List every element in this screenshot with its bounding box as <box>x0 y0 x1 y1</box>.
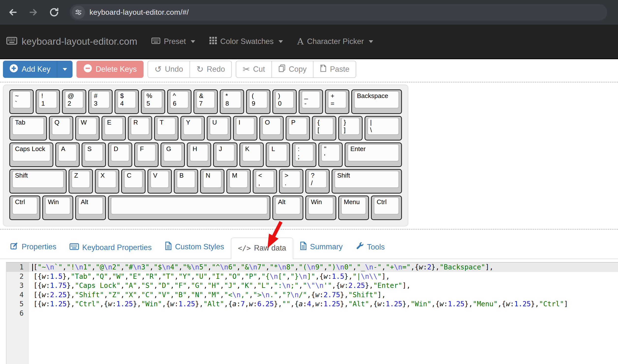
keycap[interactable]: :; <box>292 142 316 167</box>
keycap[interactable]: V <box>147 169 172 194</box>
keycap[interactable]: Tab <box>9 116 47 140</box>
menu-preset[interactable]: Preset <box>151 37 195 46</box>
forward-icon[interactable] <box>28 6 39 18</box>
chevron-down-icon <box>369 40 373 43</box>
keycap[interactable]: Q <box>49 116 73 140</box>
keycap-face: ~` <box>12 91 31 108</box>
keycap[interactable]: W <box>75 116 100 140</box>
keycap[interactable]: P <box>286 116 310 140</box>
keycap[interactable]: U <box>207 116 231 140</box>
keycap[interactable]: B <box>174 169 198 194</box>
keycap[interactable]: A <box>55 142 80 167</box>
keycap[interactable]: $4 <box>115 89 139 114</box>
menu-character-picker[interactable]: A Character Picker <box>297 37 373 46</box>
keycap[interactable]: Z <box>69 169 93 194</box>
keycap[interactable]: !1 <box>36 89 60 114</box>
add-key-button[interactable]: Add Key <box>3 61 57 78</box>
keycap[interactable]: Y <box>180 116 205 140</box>
keycap[interactable]: M <box>226 169 251 194</box>
keycap[interactable] <box>108 196 270 220</box>
keycap[interactable]: R <box>128 116 152 140</box>
keycap[interactable]: H <box>187 142 211 167</box>
keycap[interactable]: Ctrl <box>9 196 40 220</box>
key-top-label: M <box>232 172 237 179</box>
tab-properties[interactable]: Properties <box>3 242 63 259</box>
keycap[interactable]: X <box>95 169 119 194</box>
delete-keys-button[interactable]: Delete Keys <box>76 61 144 78</box>
redo-button[interactable]: ↻ Redo <box>190 61 232 78</box>
keycap[interactable]: Win <box>305 196 336 220</box>
keycap[interactable]: Shift <box>9 169 67 194</box>
keycap[interactable]: Enter <box>345 142 402 167</box>
cut-label: Cut <box>253 65 265 74</box>
keycap-face: Enter <box>348 144 399 161</box>
editor-code[interactable]: ["~\n`","!\n1","@\n2","#\n3","$\n4","%\n… <box>29 263 618 318</box>
keycap[interactable]: T <box>154 116 178 140</box>
key-top-label: ! <box>41 92 43 100</box>
keycap[interactable]: J <box>213 142 237 167</box>
copy-button[interactable]: Copy <box>271 61 313 78</box>
raw-data-editor[interactable]: 123456 ["~\n`","!\n1","@\n2","#\n3","$\n… <box>6 262 618 364</box>
keycap[interactable]: Alt <box>75 196 106 220</box>
brand-link[interactable]: keyboard-layout-editor.com <box>6 36 137 47</box>
keycap[interactable]: K <box>239 142 264 167</box>
site-info-icon[interactable] <box>72 6 85 19</box>
keycap[interactable]: L <box>266 142 290 167</box>
paste-button[interactable]: Paste <box>313 61 356 78</box>
reload-icon[interactable] <box>48 6 60 18</box>
cut-button[interactable]: ✂ Cut <box>236 61 272 78</box>
keycap[interactable]: (9 <box>246 89 270 114</box>
keycap-face: R <box>131 118 149 135</box>
key-bottom-label: 0 <box>278 100 281 107</box>
keycap[interactable]: Ctrl <box>371 196 402 220</box>
keycap[interactable]: "' <box>318 142 343 167</box>
editor-gutter: 123456 <box>6 263 29 364</box>
keycap[interactable]: #3 <box>88 89 113 114</box>
keycap[interactable]: ~` <box>9 89 34 114</box>
keycap[interactable]: ^6 <box>167 89 191 114</box>
keycap[interactable]: D <box>108 142 132 167</box>
tab-tools[interactable]: Tools <box>349 242 391 259</box>
keycap[interactable]: N <box>200 169 224 194</box>
keycap-face: J <box>216 144 235 161</box>
keycap[interactable]: I <box>233 116 257 140</box>
tab-summary[interactable]: Summary <box>293 242 349 259</box>
keycap[interactable]: += <box>325 89 349 114</box>
keycap[interactable]: E <box>102 116 126 140</box>
tab-keyboard-properties[interactable]: Keyboard Properties <box>63 243 158 259</box>
menu-color-swatches[interactable]: Color Swatches <box>209 37 283 46</box>
keycap[interactable]: Shift <box>332 169 402 194</box>
keycap[interactable]: }] <box>338 116 363 140</box>
keycap[interactable]: ?/ <box>305 169 330 194</box>
keycap[interactable]: Backspace <box>351 89 402 114</box>
tab-raw-data[interactable]: </> Raw data <box>231 238 293 259</box>
keycap[interactable]: _- <box>299 89 323 114</box>
keycap[interactable]: C <box>121 169 146 194</box>
keycap[interactable]: F <box>134 142 159 167</box>
keycap[interactable]: *8 <box>220 89 244 114</box>
tab-custom-styles[interactable]: Custom Styles <box>158 242 231 259</box>
keycap[interactable]: {[ <box>312 116 336 140</box>
keycap[interactable]: O <box>259 116 284 140</box>
keycap[interactable]: >. <box>279 169 303 194</box>
keycap[interactable]: |\ <box>365 116 402 140</box>
key-bottom-label: 4 <box>120 100 124 107</box>
keycap[interactable]: %5 <box>141 89 165 114</box>
keyboard-canvas[interactable]: ~`!1@2#3$4%5^6&7*8(9)0_-+=BackspaceTabQW… <box>3 84 408 226</box>
add-key-dropdown-button[interactable] <box>57 61 73 78</box>
undo-button[interactable]: ↺ Undo <box>147 61 190 78</box>
keycap[interactable]: Menu <box>338 196 369 220</box>
address-bar[interactable]: keyboard-layout-editor.com/#/ <box>70 4 607 20</box>
keycap[interactable]: @2 <box>62 89 86 114</box>
keycap[interactable]: <, <box>253 169 277 194</box>
key-bottom-label: [ <box>318 126 319 134</box>
chevron-down-icon <box>191 40 195 43</box>
keycap[interactable]: &7 <box>193 89 218 114</box>
keycap[interactable]: )0 <box>272 89 297 114</box>
keycap[interactable]: S <box>82 142 106 167</box>
back-icon[interactable] <box>7 6 19 18</box>
keycap[interactable]: Alt <box>272 196 303 220</box>
keycap[interactable]: G <box>161 142 185 167</box>
keycap[interactable]: Win <box>42 196 73 220</box>
keycap[interactable]: Caps Lock <box>9 142 53 167</box>
